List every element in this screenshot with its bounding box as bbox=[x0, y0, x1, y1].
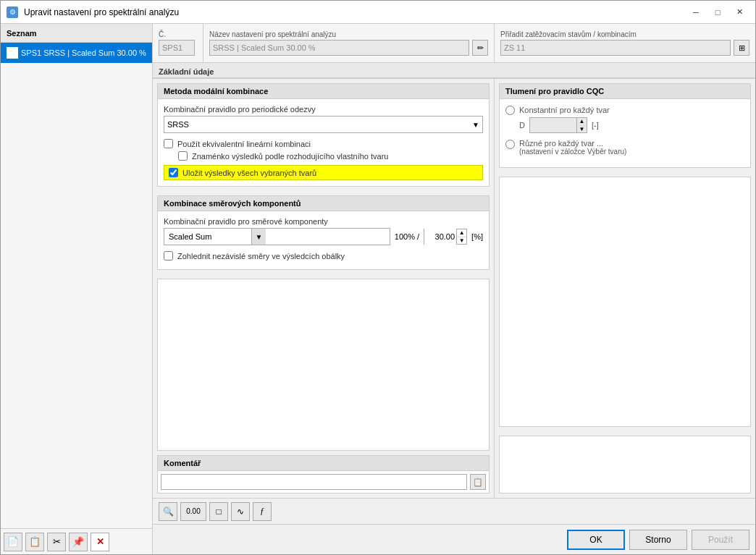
percent-input-group: ▲ ▼ bbox=[424, 229, 467, 245]
variable-radio-content: Různé pro každý tvar ... (nastavení v zá… bbox=[519, 139, 626, 156]
comment-section: Komentář 📋 bbox=[157, 455, 490, 493]
spin-down[interactable]: ▼ bbox=[457, 237, 466, 245]
use-equivalent-checkbox[interactable] bbox=[164, 139, 173, 148]
damping-d-label: D bbox=[519, 121, 525, 130]
assign-section: Přiřadit zatěžovacím stavům / kombinacím… bbox=[495, 24, 755, 62]
use-equivalent-row: Použít ekvivalentní lineární kombinaci bbox=[164, 139, 483, 148]
damping-section: Tlumení pro pravidlo CQC Konstantní pro … bbox=[499, 83, 751, 168]
window-title: Upravit nastavení pro spektrální analýzu bbox=[24, 7, 179, 17]
title-bar-left: ⚙ Upravit nastavení pro spektrální analý… bbox=[7, 7, 179, 18]
sign-label: Znaménko výsledků podle rozhodujícího vl… bbox=[192, 152, 389, 161]
modal-combination-header: Metoda modální kombinace bbox=[158, 84, 489, 99]
name-section: Název nastavení pro spektrální analýzu ✏ bbox=[203, 24, 495, 62]
edit-name-button[interactable]: ✏ bbox=[472, 40, 488, 56]
spin-up[interactable]: ▲ bbox=[457, 229, 466, 237]
damping-value-group: ▲ ▼ bbox=[529, 117, 587, 133]
variable-radio[interactable] bbox=[505, 140, 515, 149]
direction-combo-row: Scaled Sum ▼ 100% / ▲ ▼ bbox=[164, 228, 483, 245]
percent-label: 100% / bbox=[395, 232, 419, 241]
sidebar-item-label: SPS1 SRSS | Scaled Sum 30.00 % bbox=[21, 48, 146, 57]
sign-checkbox[interactable] bbox=[178, 151, 188, 161]
damping-content: Konstantní pro každý tvar D ▲ ▼ bbox=[500, 99, 750, 167]
comment-input[interactable] bbox=[161, 474, 467, 490]
constant-radio-content: Konstantní pro každý tvar D ▲ ▼ bbox=[519, 105, 610, 133]
spin-control[interactable]: ▲ ▼ bbox=[456, 229, 466, 245]
minimize-button[interactable]: ─ bbox=[686, 5, 706, 20]
top-bar: Č. document.currentScript.previousElemen… bbox=[153, 24, 755, 63]
name-input[interactable] bbox=[209, 40, 469, 56]
direction-combination-content: Kombinační pravidlo pro směrové komponen… bbox=[158, 211, 489, 269]
damping-unit: [-] bbox=[592, 121, 599, 130]
percent-input[interactable] bbox=[424, 229, 456, 245]
wave-button[interactable]: ∿ bbox=[231, 502, 250, 521]
view-button[interactable]: □ bbox=[209, 502, 228, 521]
comment-header: Komentář bbox=[158, 456, 489, 471]
save-results-checkbox[interactable] bbox=[169, 168, 178, 177]
sidebar: Seznam ▦ SPS1 SRSS | Scaled Sum 30.00 % … bbox=[1, 24, 153, 554]
damping-spin[interactable]: ▲ ▼ bbox=[576, 117, 587, 133]
name-label: Název nastavení pro spektrální analýzu bbox=[209, 30, 488, 38]
variable-label: Různé pro každý tvar ... bbox=[519, 139, 626, 148]
comment-edit-button[interactable]: 📋 bbox=[470, 474, 486, 490]
ok-button[interactable]: OK bbox=[567, 530, 625, 550]
assign-label: Přiřadit zatěžovacím stavům / kombinacím bbox=[500, 30, 749, 38]
tab-bar: Základní údaje bbox=[153, 63, 755, 79]
function-button[interactable]: ƒ bbox=[253, 502, 272, 521]
spacer-right-bottom bbox=[499, 436, 751, 493]
direction-combo[interactable]: Scaled Sum ▼ bbox=[164, 228, 390, 245]
save-results-label: Uložit výsledky všech vybraných tvarů bbox=[182, 169, 316, 177]
move-up-button[interactable]: ✂ bbox=[47, 533, 66, 551]
damping-spin-up[interactable]: ▲ bbox=[577, 117, 587, 126]
periodic-combo-arrow: ▼ bbox=[472, 121, 479, 129]
move-down-button[interactable]: 📌 bbox=[69, 533, 88, 551]
title-bar-controls: ─ □ ✕ bbox=[686, 5, 749, 20]
close-button[interactable]: ✕ bbox=[729, 5, 749, 20]
number-section: Č. document.currentScript.previousElemen… bbox=[153, 24, 203, 62]
maximize-button[interactable]: □ bbox=[707, 5, 728, 20]
percent-unit: [%] bbox=[471, 232, 483, 241]
cancel-button[interactable]: Storno bbox=[629, 530, 687, 550]
use-equivalent-label: Použít ekvivalentní lineární kombinaci bbox=[177, 140, 311, 148]
right-panel: Tlumení pro pravidlo CQC Konstantní pro … bbox=[495, 79, 755, 498]
apply-button[interactable]: Použít bbox=[692, 530, 749, 550]
direction-combination-header: Kombinace směrových komponentů bbox=[158, 196, 489, 211]
damping-value-input[interactable] bbox=[530, 118, 576, 132]
action-bar: OK Storno Použít bbox=[153, 524, 755, 554]
search-button[interactable]: 🔍 bbox=[159, 502, 177, 521]
sidebar-item-icon: ▦ bbox=[7, 47, 18, 59]
number-input[interactable] bbox=[159, 40, 195, 56]
assign-input[interactable] bbox=[500, 40, 731, 56]
direction-combo-arrow[interactable]: ▼ bbox=[251, 229, 266, 245]
content-area: Č. document.currentScript.previousElemen… bbox=[153, 24, 755, 554]
title-bar: ⚙ Upravit nastavení pro spektrální analý… bbox=[1, 1, 755, 24]
name-input-row: ✏ bbox=[209, 40, 488, 56]
constant-radio[interactable] bbox=[505, 106, 515, 115]
independent-checkbox-row: Zohlednit nezávislé směry ve výsledcích … bbox=[164, 251, 483, 260]
assign-grid-button[interactable]: ⊞ bbox=[734, 40, 749, 56]
basic-data-tab[interactable]: Základní údaje bbox=[159, 66, 749, 77]
delete-item-button[interactable]: ✕ bbox=[91, 533, 109, 551]
main-content: Seznam ▦ SPS1 SRSS | Scaled Sum 30.00 % … bbox=[1, 24, 755, 554]
sidebar-footer: 📄 📋 ✂ 📌 ✕ bbox=[1, 528, 152, 554]
variable-radio-row: Různé pro každý tvar ... (nastavení v zá… bbox=[505, 139, 744, 156]
periodic-label: Kombinační pravidlo pro periodické odezv… bbox=[164, 105, 483, 114]
periodic-rule-group: Kombinační pravidlo pro periodické odezv… bbox=[164, 105, 483, 133]
copy-item-button[interactable]: 📋 bbox=[25, 533, 44, 551]
direction-combo-value: Scaled Sum bbox=[164, 231, 251, 242]
value-button[interactable]: 0.00 bbox=[180, 502, 206, 521]
periodic-combo[interactable]: SRSS ▼ bbox=[164, 116, 483, 133]
periodic-combo-value: SRSS bbox=[167, 120, 189, 129]
sidebar-item-sps1[interactable]: ▦ SPS1 SRSS | Scaled Sum 30.00 % bbox=[1, 43, 152, 63]
sign-checkbox-row: Znaménko výsledků podle rozhodujícího vl… bbox=[178, 151, 483, 161]
direction-combination-section: Kombinace směrových komponentů Kombinačn… bbox=[157, 195, 490, 270]
spacer-right bbox=[499, 177, 751, 427]
modal-combination-content: Kombinační pravidlo pro periodické odezv… bbox=[158, 99, 489, 186]
variable-sublabel: (nastavení v záložce Výběr tvaru) bbox=[519, 148, 626, 156]
damping-spin-down[interactable]: ▼ bbox=[577, 126, 587, 134]
add-item-button[interactable]: 📄 bbox=[4, 533, 22, 551]
constant-input-row: D ▲ ▼ [-] bbox=[519, 117, 610, 133]
independent-directions-checkbox[interactable] bbox=[164, 251, 173, 260]
comment-content: 📋 bbox=[158, 471, 489, 493]
modal-combination-section: Metoda modální kombinace Kombinační prav… bbox=[157, 83, 490, 187]
window-icon: ⚙ bbox=[7, 7, 18, 18]
